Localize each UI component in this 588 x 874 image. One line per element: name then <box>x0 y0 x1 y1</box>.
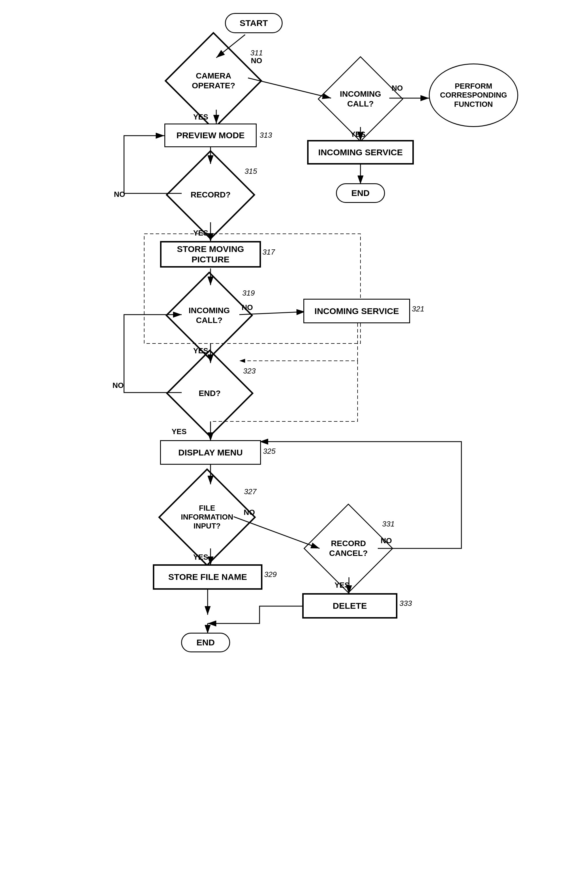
file-info-label: FILEINFORMATIONINPUT? <box>181 504 233 531</box>
yes2-label: YES <box>193 229 208 238</box>
file-info-diamond: FILEINFORMATIONINPUT? <box>158 468 256 566</box>
ref-327: 327 <box>244 487 256 496</box>
yes3-label: YES <box>350 130 365 139</box>
camera-operate-label: CAMERAOPERATE? <box>192 71 235 90</box>
end2-node: END <box>181 633 230 652</box>
end-q-label: END? <box>199 388 220 398</box>
yes1-label: YES <box>193 113 208 122</box>
incoming-call1-label: INCOMINGCALL? <box>340 89 381 108</box>
ref-329: 329 <box>264 570 276 579</box>
ref-315: 315 <box>244 167 257 176</box>
incoming-call2-label: INCOMINGCALL? <box>189 306 230 325</box>
display-menu-label: DISPLAY MENU <box>178 447 243 458</box>
end1-label: END <box>351 188 369 198</box>
ref-319: 319 <box>242 289 255 298</box>
record-diamond: RECORD? <box>165 150 255 239</box>
yes7-label: YES <box>334 581 350 590</box>
ref-323: 323 <box>243 367 255 376</box>
camera-operate-diamond: CAMERAOPERATE? <box>164 32 262 129</box>
perform-func-node: PERFORM CORRESPONDING FUNCTION <box>429 63 518 127</box>
no3-label: NO <box>392 84 403 93</box>
delete-label: DELETE <box>333 601 367 611</box>
yes5-label: YES <box>172 427 187 436</box>
ref-325: 325 <box>263 447 275 456</box>
incoming-call1-diamond: INCOMINGCALL? <box>318 56 404 142</box>
no7-label: NO <box>381 536 392 545</box>
start-node: START <box>225 13 283 33</box>
end1-node: END <box>336 183 385 203</box>
ref-313: 313 <box>260 131 272 140</box>
incoming-service2-label: INCOMING SERVICE <box>315 306 399 316</box>
incoming-service1-label: INCOMING SERVICE <box>318 147 403 158</box>
preview-mode-box: PREVIEW MODE <box>164 123 256 147</box>
preview-mode-label: PREVIEW MODE <box>177 130 245 141</box>
record-cancel-diamond: RECORDCANCEL? <box>303 503 393 593</box>
store-file-label: STORE FILE NAME <box>168 572 247 582</box>
no4-label: NO <box>242 303 253 312</box>
no1-label: NO <box>251 56 262 65</box>
record-label: RECORD? <box>190 190 230 200</box>
delete-box: DELETE <box>302 593 398 618</box>
yes4-label: YES <box>193 346 208 355</box>
no5-label: NO <box>112 381 124 390</box>
incoming-service2-box: INCOMING SERVICE <box>303 299 410 323</box>
store-moving-box: STORE MOVING PICTURE <box>160 241 261 268</box>
ref-331: 331 <box>382 519 394 528</box>
flowchart: START CAMERAOPERATE? 311 PREVIEW MODE 31… <box>0 0 588 874</box>
store-moving-label: STORE MOVING PICTURE <box>177 244 244 265</box>
display-menu-box: DISPLAY MENU <box>160 440 261 465</box>
arrows-svg <box>0 0 588 874</box>
ref-333: 333 <box>399 599 412 608</box>
record-cancel-label: RECORDCANCEL? <box>329 539 368 558</box>
store-file-box: STORE FILE NAME <box>153 564 262 590</box>
yes6-label: YES <box>193 553 208 562</box>
end2-label: END <box>196 637 214 648</box>
perform-func-label: PERFORM CORRESPONDING FUNCTION <box>440 82 507 109</box>
start-label: START <box>240 18 268 28</box>
incoming-call2-diamond: INCOMINGCALL? <box>165 271 253 359</box>
ref-317: 317 <box>262 248 275 257</box>
no2-label: NO <box>114 190 125 199</box>
no6-label: NO <box>244 508 255 517</box>
end-q-diamond: END? <box>166 349 254 437</box>
ref-321: 321 <box>412 304 424 313</box>
incoming-service1-box: INCOMING SERVICE <box>307 140 414 164</box>
